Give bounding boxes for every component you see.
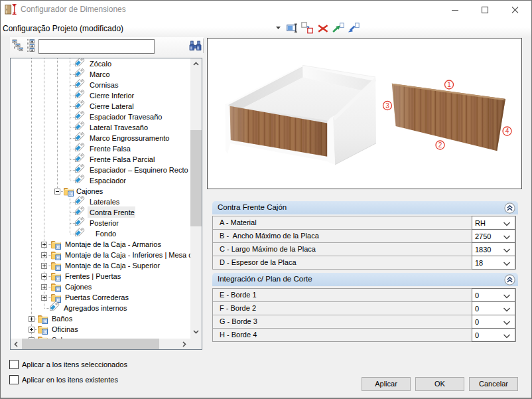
svg-text:2: 2 (438, 141, 442, 149)
svg-text:3: 3 (385, 102, 389, 110)
svg-text:1: 1 (447, 81, 451, 88)
svg-text:4: 4 (505, 127, 509, 135)
